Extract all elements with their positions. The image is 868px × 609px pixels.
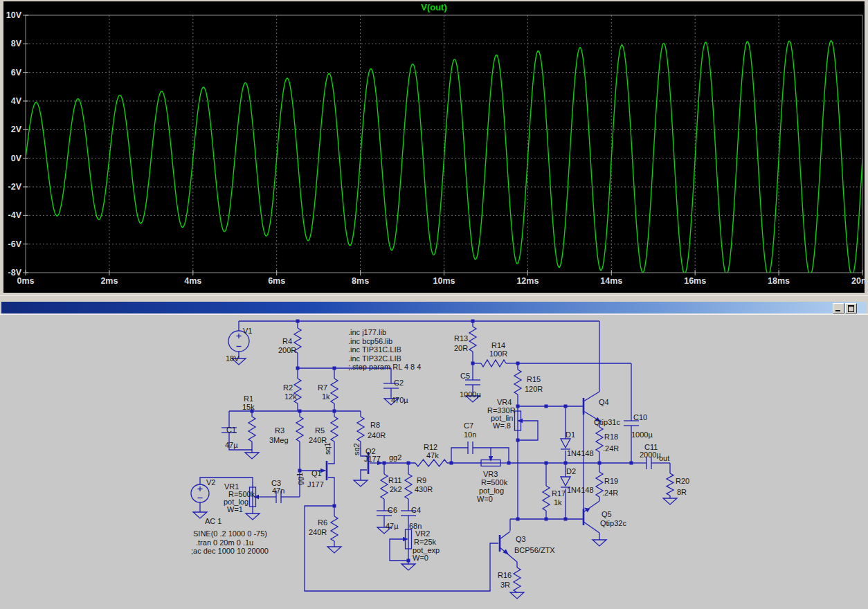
label-R13: R13 (454, 334, 468, 343)
label-R12: R12 (424, 443, 437, 451)
x-axis-tick-label: 4ms (184, 276, 201, 286)
label-C10_val: 1000µ (631, 430, 653, 439)
label-C5_val: 1000µ (460, 390, 481, 399)
y-axis-tick-label: 4V (11, 96, 22, 106)
label-R16_val: 3R (500, 581, 510, 589)
label-R4_val: 200R (278, 346, 296, 354)
schematic-titlebar[interactable] (1, 302, 867, 313)
label-R1_val: 15k (242, 403, 255, 411)
label-R11_val: 2k2 (390, 485, 402, 493)
x-axis-tick-label: 18ms (768, 276, 790, 286)
label-VR1_w: W=1 (227, 505, 243, 513)
label-R17_val: 1k (554, 498, 562, 507)
label-VR4_w: W=.8 (493, 421, 511, 430)
waveform-pane[interactable]: 10V8V6V4V2V0V-2V-4V-6V-8V0ms2ms4ms6ms8ms… (0, 0, 868, 296)
label-R15_val: 120R (525, 385, 543, 393)
label-R7_val: 1k (322, 392, 330, 401)
x-axis-tick-label: 10ms (433, 276, 455, 286)
waveform-plot[interactable]: 10V8V6V4V2V0V-2V-4V-6V-8V0ms2ms4ms6ms8ms… (0, 0, 868, 296)
label-Q3: Q3 (516, 535, 526, 543)
label-VR2_r: R=25k (414, 538, 437, 546)
x-axis-tick-label: 14ms (600, 276, 622, 286)
x-axis-tick-label: 2ms (100, 276, 118, 286)
label-R12_val: 47k (426, 451, 439, 460)
label-R16: R16 (498, 571, 512, 579)
y-axis-tick-label: -4V (8, 210, 22, 220)
spice-directive: .inc TIP31C.LIB (348, 345, 401, 354)
label-C2: C2 (394, 379, 404, 387)
label-R15: R15 (527, 375, 541, 383)
plot-frame-left (0, 0, 3, 296)
label-R8_val: 240R (368, 431, 386, 439)
label-C10: C10 (633, 413, 647, 421)
label-C6: C6 (388, 506, 397, 514)
label-R19_val: .24R (602, 489, 618, 497)
plot-frame-right (865, 0, 868, 296)
label-gg1: gg1 (296, 473, 304, 485)
label-R1: R1 (244, 394, 253, 403)
label-R8: R8 (370, 421, 380, 429)
label-VR3_r: R=500k (481, 478, 508, 487)
trace-name-label[interactable]: V(out) (0, 2, 868, 12)
schematic-canvas[interactable]: V118VR4200RR212kR71kC2470µR115kC147µR33M… (0, 316, 868, 609)
label-R13_val: 20R (454, 344, 468, 352)
label-Q2_val: J177 (364, 455, 381, 463)
label-sq2: sq2 (352, 443, 361, 455)
label-C7: C7 (464, 421, 473, 430)
x-axis-tick-label: 8ms (352, 276, 369, 286)
label-D1_val: 1N4148 (567, 449, 594, 457)
label-C1_val: 47µ (225, 441, 238, 449)
label-V2_ac: AC 1 (205, 517, 221, 525)
x-axis-tick-label: 6ms (268, 276, 285, 286)
schematic-wiring (191, 321, 677, 599)
label-R19: R19 (604, 477, 618, 485)
label-VR3_w: W=0 (477, 495, 493, 503)
spice-directive: .inc bcp56.lib (348, 337, 392, 345)
label-gg2: gg2 (389, 453, 401, 462)
plot-frame-top (0, 0, 868, 1)
label-R3: R3 (275, 426, 284, 435)
y-axis-tick-label: 6V (11, 68, 22, 78)
label-VR4: VR4 (497, 398, 512, 406)
x-axis-tick-label: 0ms (17, 276, 34, 286)
label-R3_val: 3Meg (269, 436, 289, 444)
y-axis-tick-label: 2V (11, 125, 22, 134)
spice-directive: .inc j177.lib (348, 328, 386, 336)
label-R14: R14 (491, 341, 505, 349)
label-R20: R20 (676, 477, 689, 485)
y-axis-tick-label: 8V (11, 39, 22, 48)
label-C5: C5 (460, 372, 470, 380)
maximize-icon (848, 305, 854, 312)
label-out: out (659, 454, 669, 462)
label-D2: D2 (566, 467, 576, 475)
label-Q1_val: J177 (307, 480, 324, 489)
x-axis-tick-label: 12ms (516, 276, 539, 286)
label-V1: V1 (243, 327, 252, 335)
label-R9: R9 (417, 476, 426, 484)
label-R9_val: 430R (415, 485, 433, 493)
label-Q4: Q4 (599, 398, 609, 406)
spice-directive: ;.step param RL 4 8 4 (348, 363, 421, 371)
label-C7_val: 10n (464, 430, 476, 439)
label-R17: R17 (552, 489, 566, 498)
label-V2: V2 (206, 478, 215, 487)
label-VR3: VR3 (483, 470, 498, 478)
label-R2_val: 12k (284, 392, 297, 401)
label-Q5_val: Qtip32c (600, 519, 626, 527)
label-V1_val: 18V (226, 354, 239, 363)
maximize-button[interactable] (845, 303, 857, 313)
label-C6_val: 47µ (386, 522, 399, 530)
label-Q4_val: Qtip31c (594, 418, 620, 426)
label-R14_val: 100R (489, 349, 507, 358)
label-sq1: sq1 (323, 442, 332, 455)
label-R4: R4 (282, 337, 292, 345)
analysis-directive: ;ac dec 1000 10 20000 (191, 547, 269, 555)
label-D1: D1 (566, 430, 575, 439)
y-axis-tick-label: 0V (11, 154, 22, 163)
schematic-pane: V118VR4200RR212kR71kC2470µR115kC147µR33M… (0, 313, 868, 609)
label-R18: R18 (604, 433, 618, 441)
label-VR2: VR2 (415, 529, 430, 538)
label-D2_val: 1N4148 (567, 486, 594, 494)
minimize-button[interactable] (833, 303, 844, 313)
y-axis-tick-label: -6V (8, 239, 22, 249)
